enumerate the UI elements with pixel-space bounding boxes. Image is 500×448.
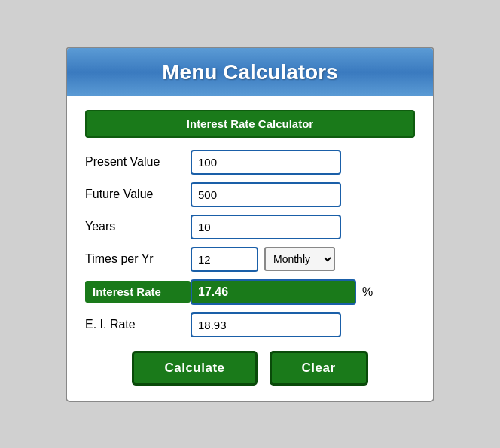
future-value-label: Future Value xyxy=(85,187,191,201)
percent-symbol: % xyxy=(362,285,373,299)
interest-rate-label: Interest Rate xyxy=(85,281,191,303)
future-value-input[interactable] xyxy=(191,182,341,207)
section-title: Interest Rate Calculator xyxy=(85,110,415,138)
frequency-select[interactable]: Daily Weekly Monthly Quarterly Annually xyxy=(264,247,335,271)
present-value-row: Present Value xyxy=(85,150,415,175)
times-per-yr-row: Times per Yr Daily Weekly Monthly Quarte… xyxy=(85,247,415,272)
years-row: Years xyxy=(85,215,415,239)
years-label: Years xyxy=(85,220,191,233)
ei-rate-row: E. I. Rate xyxy=(85,312,415,337)
ei-rate-input[interactable] xyxy=(191,312,341,337)
calculate-button[interactable]: Calculate xyxy=(132,351,257,386)
button-row: Calculate Clear xyxy=(85,351,415,386)
future-value-row: Future Value xyxy=(85,182,415,207)
calc-body: Interest Rate Calculator Present Value F… xyxy=(67,96,433,401)
calculator-container: Menu Calculators Interest Rate Calculato… xyxy=(66,47,434,402)
present-value-input[interactable] xyxy=(191,150,341,175)
header: Menu Calculators xyxy=(67,48,433,96)
times-per-yr-input[interactable] xyxy=(191,247,258,272)
ei-rate-label: E. I. Rate xyxy=(85,318,191,331)
interest-rate-input[interactable] xyxy=(191,279,356,305)
clear-button[interactable]: Clear xyxy=(270,351,368,386)
interest-rate-row: Interest Rate % xyxy=(85,279,415,305)
years-input[interactable] xyxy=(191,215,341,239)
app-title: Menu Calculators xyxy=(82,60,418,84)
times-per-yr-label: Times per Yr xyxy=(85,252,191,266)
times-controls: Daily Weekly Monthly Quarterly Annually xyxy=(191,247,335,272)
present-value-label: Present Value xyxy=(85,155,191,169)
